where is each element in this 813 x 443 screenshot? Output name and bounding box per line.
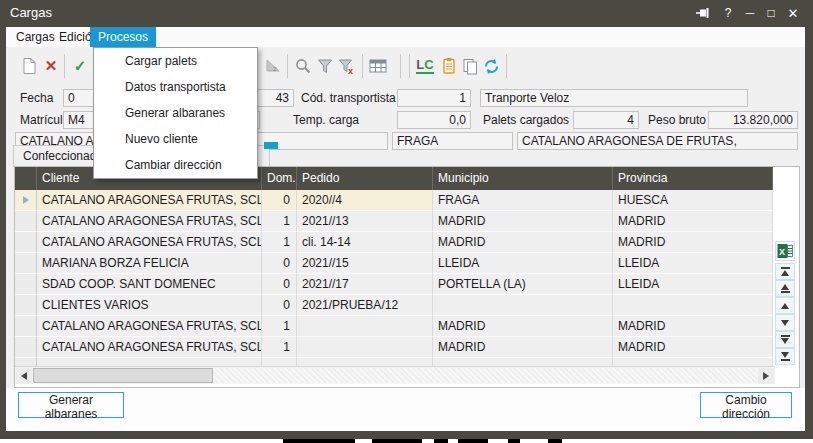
menu-item-datos-transportista[interactable]: Datos transportista bbox=[94, 74, 257, 100]
titlebar[interactable]: Cargas ? ─ □ ✕ bbox=[0, 0, 813, 27]
export-excel-button[interactable]: X bbox=[775, 241, 795, 261]
clipboard-icon[interactable] bbox=[438, 54, 460, 78]
cell-municipio[interactable]: FRAGA bbox=[433, 190, 613, 211]
cell-pedido[interactable] bbox=[297, 337, 433, 358]
cell-provincia[interactable]: LLEIDA bbox=[613, 253, 773, 274]
cell-dom[interactable]: 1 bbox=[262, 211, 297, 232]
menu-item-nuevo-cliente[interactable]: Nuevo cliente bbox=[94, 126, 257, 152]
palets-cargados-field[interactable]: 4 bbox=[573, 111, 639, 129]
cell-cliente[interactable]: CLIENTES VARIOS bbox=[37, 295, 262, 316]
cell-cliente[interactable]: CATALANO ARAGONESA FRUTAS, SCL OPFH bbox=[37, 316, 262, 337]
row-selector-cell[interactable] bbox=[15, 295, 37, 316]
cell-municipio[interactable] bbox=[433, 295, 613, 316]
cell-cliente[interactable]: MARIANA BORZA FELICIA bbox=[37, 253, 262, 274]
cell-pedido[interactable]: cli. 14-14 bbox=[297, 232, 433, 253]
cell-provincia[interactable]: MADRID bbox=[613, 337, 773, 358]
cod-transportista-field[interactable]: 1 bbox=[397, 89, 471, 107]
row-selector-cell[interactable] bbox=[15, 337, 37, 358]
table-row[interactable]: CLIENTES VARIOS 0 2021/PRUEBA/12 bbox=[15, 295, 773, 316]
cell-pedido[interactable] bbox=[297, 316, 433, 337]
cell-dom[interactable]: 1 bbox=[262, 337, 297, 358]
delete-icon[interactable]: ✕ bbox=[40, 54, 62, 78]
transportista-nombre-field[interactable]: Tranporte Veloz bbox=[480, 89, 748, 107]
nav-prior-record-button[interactable] bbox=[775, 297, 795, 314]
header-pedido[interactable]: Pedido bbox=[297, 167, 433, 190]
table-row[interactable]: CATALANO ARAGONESA FRUTAS, SCL OPFH 1 20… bbox=[15, 211, 773, 232]
cell-provincia[interactable]: HUESCA bbox=[613, 190, 773, 211]
lc-export-icon[interactable]: LC bbox=[414, 54, 436, 78]
table-row[interactable]: CATALANO ARAGONESA FRUTAS, SCL OPFH 1 MA… bbox=[15, 337, 773, 358]
scroll-right-button[interactable] bbox=[758, 368, 774, 384]
cell-municipio[interactable]: PORTELLA (LA) bbox=[433, 274, 613, 295]
scrollbar-thumb[interactable] bbox=[33, 368, 213, 383]
cambio-direccion-button[interactable]: Cambio dirección bbox=[700, 392, 792, 418]
cell-cliente[interactable]: SDAD COOP. SANT DOMENEC bbox=[37, 274, 262, 295]
nav-prior-page-button[interactable] bbox=[775, 280, 795, 297]
nav-last-record-button[interactable] bbox=[775, 348, 795, 365]
search-icon[interactable] bbox=[292, 54, 314, 78]
nav-next-record-button[interactable] bbox=[775, 314, 795, 331]
cell-municipio[interactable]: MADRID bbox=[433, 232, 613, 253]
cell-cliente[interactable]: CATALANO ARAGONESA FRUTAS, SCL OPFH bbox=[37, 232, 262, 253]
table-row[interactable]: MARIANA BORZA FELICIA 0 2021//15 LLEIDA … bbox=[15, 253, 773, 274]
row-selector-cell[interactable] bbox=[15, 211, 37, 232]
cell-dom[interactable]: 0 bbox=[262, 295, 297, 316]
cell-dom[interactable]: 1 bbox=[262, 316, 297, 337]
cell-dom[interactable]: 0 bbox=[262, 274, 297, 295]
maximize-button[interactable]: □ bbox=[762, 4, 780, 22]
menu-procesos[interactable]: Procesos bbox=[90, 27, 156, 47]
clear-filter-icon[interactable]: x bbox=[336, 54, 358, 78]
nav-next-page-button[interactable] bbox=[775, 331, 795, 348]
cell-dom[interactable]: 0 bbox=[262, 253, 297, 274]
table-row[interactable]: SDAD COOP. SANT DOMENEC 0 2021//17 PORTE… bbox=[15, 274, 773, 295]
table-row[interactable]: CATALANO ARAGONESA FRUTAS, SCL OPFH 1 cl… bbox=[15, 232, 773, 253]
cell-cliente[interactable]: CATALANO ARAGONESA FRUTAS, SCL OPFH bbox=[37, 190, 262, 211]
close-button[interactable]: ✕ bbox=[784, 4, 802, 22]
cell-municipio[interactable]: LLEIDA bbox=[433, 253, 613, 274]
table-row[interactable]: CATALANO ARAGONESA FRUTAS, SCL OPFH 0 20… bbox=[15, 190, 773, 211]
row-selector-cell[interactable] bbox=[15, 274, 37, 295]
menu-item-cargar-palets[interactable]: Cargar palets bbox=[94, 48, 257, 74]
cell-provincia[interactable]: MADRID bbox=[613, 316, 773, 337]
cell-dom[interactable]: 0 bbox=[262, 190, 297, 211]
minimize-button[interactable]: ─ bbox=[741, 4, 759, 22]
header-dom[interactable]: Dom. bbox=[262, 167, 297, 190]
cell-pedido[interactable]: 2021//15 bbox=[297, 253, 433, 274]
copy-icon[interactable] bbox=[459, 54, 481, 78]
numero-carga-field[interactable]: 43 bbox=[256, 89, 294, 107]
row-selector-cell[interactable] bbox=[15, 190, 37, 211]
filter-icon[interactable] bbox=[314, 54, 336, 78]
cell-pedido[interactable]: 2021//17 bbox=[297, 274, 433, 295]
cell-municipio[interactable]: MADRID bbox=[433, 337, 613, 358]
refresh-icon[interactable] bbox=[480, 54, 502, 78]
cell-pedido[interactable]: 2020//4 bbox=[297, 190, 433, 211]
cell-municipio[interactable]: MADRID bbox=[433, 316, 613, 337]
cell-dom[interactable]: 1 bbox=[262, 232, 297, 253]
cell-cliente[interactable]: CATALANO ARAGONESA FRUTAS, SCL OPFH bbox=[37, 337, 262, 358]
new-document-icon[interactable] bbox=[18, 54, 40, 78]
row-selector-cell[interactable] bbox=[15, 232, 37, 253]
horizontal-scrollbar[interactable] bbox=[15, 366, 775, 384]
cell-provincia[interactable]: MADRID bbox=[613, 232, 773, 253]
scroll-left-button[interactable] bbox=[16, 368, 32, 384]
cell-provincia[interactable] bbox=[613, 295, 773, 316]
generar-albaranes-button[interactable]: Generar albaranes bbox=[18, 392, 124, 418]
help-button[interactable]: ? bbox=[719, 4, 737, 22]
table-row[interactable]: CATALANO ARAGONESA FRUTAS, SCL OPFH 1 MA… bbox=[15, 316, 773, 337]
cell-cliente[interactable]: CATALANO ARAGONESA FRUTAS, SCL OPFH bbox=[37, 211, 262, 232]
peso-bruto-field[interactable]: 13.820,000 bbox=[708, 111, 798, 129]
cell-pedido[interactable]: 2021//13 bbox=[297, 211, 433, 232]
row-selector-cell[interactable] bbox=[15, 316, 37, 337]
nav-first-record-button[interactable] bbox=[775, 263, 795, 280]
cell-pedido[interactable]: 2021/PRUEBA/12 bbox=[297, 295, 433, 316]
header-municipio[interactable]: Municipio bbox=[433, 167, 613, 190]
temp-carga-field[interactable]: 0,0 bbox=[397, 111, 471, 129]
grid-view-icon[interactable] bbox=[367, 54, 389, 78]
confirm-icon[interactable]: ✓ bbox=[69, 54, 91, 78]
cell-provincia[interactable]: MADRID bbox=[613, 211, 773, 232]
menu-item-generar-albaranes[interactable]: Generar albaranes bbox=[94, 100, 257, 126]
cell-municipio[interactable]: MADRID bbox=[433, 211, 613, 232]
header-provincia[interactable]: Provincia bbox=[613, 167, 773, 190]
sort-z-icon[interactable]: z bbox=[262, 54, 284, 78]
menu-item-cambiar-direccion[interactable]: Cambiar dirección bbox=[94, 152, 257, 178]
